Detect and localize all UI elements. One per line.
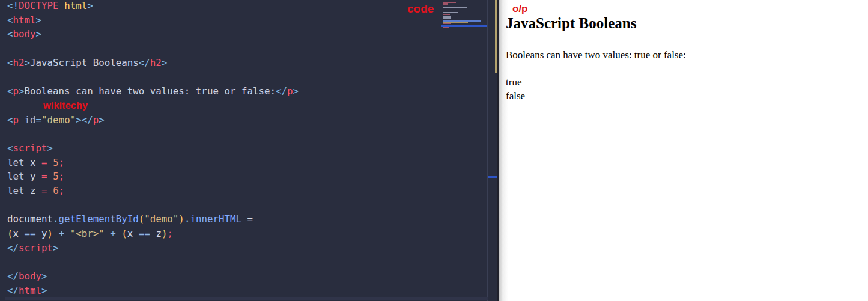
code-area[interactable]: <!DOCTYPE html><html><body><h2>JavaScrip… [7, 0, 482, 297]
code-line: let y = 5; [7, 169, 482, 184]
minimap-line [443, 12, 458, 13]
code-line [7, 70, 482, 84]
code-line: </html> [7, 284, 482, 298]
output-pane: o/p JavaScript Booleans Booleans can hav… [499, 0, 868, 301]
code-line: wikitechy [7, 99, 482, 113]
code-line: document.getElementById("demo").innerHTM… [7, 212, 482, 227]
scrollbar-track-divider [487, 0, 488, 301]
minimap[interactable] [443, 2, 487, 28]
minimap-line [443, 4, 448, 5]
code-line: <p>Booleans can have two values: true or… [7, 84, 482, 99]
editor-pane[interactable]: <!DOCTYPE html><html><body><h2>JavaScrip… [0, 0, 499, 301]
code-line: <h2>JavaScript Booleans</h2> [7, 56, 482, 70]
output-paragraph: Booleans can have two values: true or fa… [506, 49, 686, 61]
code-line: (x == y) + "<br>" + (x == z); [7, 227, 482, 241]
output-line: false [506, 89, 525, 103]
code-line: <p id="demo"></p> [7, 113, 482, 127]
minimap-viewport-indicator [441, 25, 487, 27]
code-line [7, 127, 482, 141]
minimap-line [443, 18, 451, 19]
code-line [7, 41, 482, 56]
code-line: let z = 6; [7, 184, 482, 198]
code-line: let x = 5; [7, 156, 482, 170]
pane-shadow [499, 0, 509, 301]
minimap-line [443, 23, 451, 25]
output-line: true [506, 75, 525, 89]
minimap-line [443, 7, 467, 8]
tan-marker-line [495, 0, 497, 73]
code-line: <body> [7, 27, 482, 41]
code-line [7, 255, 482, 269]
code-line: </script> [7, 241, 482, 255]
wikitechy-watermark: wikitechy [43, 99, 88, 113]
minimap-line [443, 27, 449, 28]
output-result: truefalse [506, 75, 525, 103]
code-line [7, 198, 482, 213]
output-heading: JavaScript Booleans [506, 15, 636, 32]
horizontal-scrollbar[interactable] [5, 297, 488, 300]
code-line: </body> [7, 269, 482, 284]
vertical-scrollbar-thumb[interactable] [488, 176, 497, 178]
code-line: <script> [7, 141, 482, 156]
code-annotation-label: code [407, 2, 434, 16]
output-annotation-label: o/p [512, 3, 528, 15]
